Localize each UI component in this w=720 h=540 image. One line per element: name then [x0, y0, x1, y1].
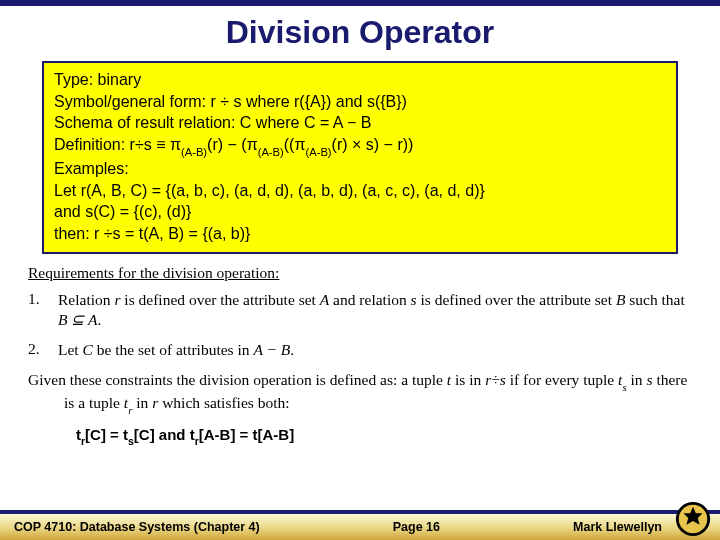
- t: in: [627, 371, 647, 388]
- i: B: [616, 291, 625, 308]
- t: which satisfies both:: [158, 394, 289, 411]
- page-title: Division Operator: [0, 14, 720, 51]
- i: C: [83, 341, 93, 358]
- def-sub3: (A-B): [305, 146, 331, 158]
- box-line-schema: Schema of result relation: C where C = A…: [54, 112, 666, 134]
- list-number: 2.: [28, 340, 58, 360]
- t: Relation: [58, 291, 114, 308]
- box-line-type: Type: binary: [54, 69, 666, 91]
- list-body: Let C be the set of attributes in A − B.: [58, 340, 692, 360]
- t: .: [97, 311, 101, 328]
- def-pre: Definition: r÷s ≡ π: [54, 136, 181, 153]
- t: be the set of attributes in: [93, 341, 254, 358]
- footer-bar: COP 4710: Database Systems (Chapter 4) P…: [0, 510, 720, 540]
- t: [C] = t: [85, 426, 128, 443]
- t: Given these constraints the division ope…: [28, 371, 447, 388]
- requirement-1: 1. Relation r is defined over the attrib…: [28, 290, 692, 330]
- i: A: [320, 291, 329, 308]
- def-sub2: (A-B): [258, 146, 284, 158]
- box-line-and-s: and s(C) = {(c), (d)}: [54, 201, 666, 223]
- t: .: [290, 341, 294, 358]
- def-post: (r) × s) − r)): [332, 136, 414, 153]
- requirements-heading: Requirements for the division operation:: [28, 264, 692, 282]
- footer-author: Mark Llewellyn: [573, 520, 662, 534]
- t: is defined over the attribute set: [120, 291, 319, 308]
- t: is defined over the attribute set: [417, 291, 616, 308]
- t: if for every tuple: [506, 371, 618, 388]
- top-border-bar: [0, 0, 720, 6]
- footer-course: COP 4710: Database Systems (Chapter 4): [14, 520, 260, 534]
- i: r÷s: [485, 371, 506, 388]
- requirement-2: 2. Let C be the set of attributes in A −…: [28, 340, 692, 360]
- box-line-then: then: r ÷s = t(A, B) = {(a, b)}: [54, 223, 666, 245]
- def-mid1: (r) − (π: [207, 136, 258, 153]
- content-area: Requirements for the division operation:…: [28, 264, 692, 447]
- sub: s: [128, 435, 134, 447]
- t: is in: [451, 371, 485, 388]
- sub: r: [128, 404, 132, 416]
- ucf-logo-icon: [674, 500, 712, 538]
- def-mid2: ((π: [284, 136, 306, 153]
- i: B ⊆ A: [58, 311, 97, 328]
- t: and relation: [329, 291, 410, 308]
- i: A − B: [253, 341, 290, 358]
- t: [C] and t: [134, 426, 195, 443]
- t: such that: [625, 291, 684, 308]
- t: [A-B] = t[A-B]: [199, 426, 294, 443]
- sub: r: [195, 435, 199, 447]
- box-line-let-r: Let r(A, B, C) = {(a, b, c), (a, d, d), …: [54, 180, 666, 202]
- box-line-symbol: Symbol/general form: r ÷ s where r({A}) …: [54, 91, 666, 113]
- list-body: Relation r is defined over the attribute…: [58, 290, 692, 330]
- list-number: 1.: [28, 290, 58, 330]
- formula-line: tr[C] = ts[C] and tr[A-B] = t[A-B]: [76, 424, 692, 448]
- sub: s: [622, 381, 626, 393]
- sub: r: [81, 435, 85, 447]
- definition-box: Type: binary Symbol/general form: r ÷ s …: [42, 61, 678, 254]
- t: Let: [58, 341, 83, 358]
- footer-page: Page 16: [260, 520, 573, 534]
- given-paragraph: Given these constraints the division ope…: [28, 370, 692, 416]
- box-line-definition: Definition: r÷s ≡ π(A-B)(r) − (π(A-B)((π…: [54, 134, 666, 158]
- t: in: [132, 394, 152, 411]
- def-sub1: (A-B): [181, 146, 207, 158]
- box-line-examples-label: Examples:: [54, 158, 666, 180]
